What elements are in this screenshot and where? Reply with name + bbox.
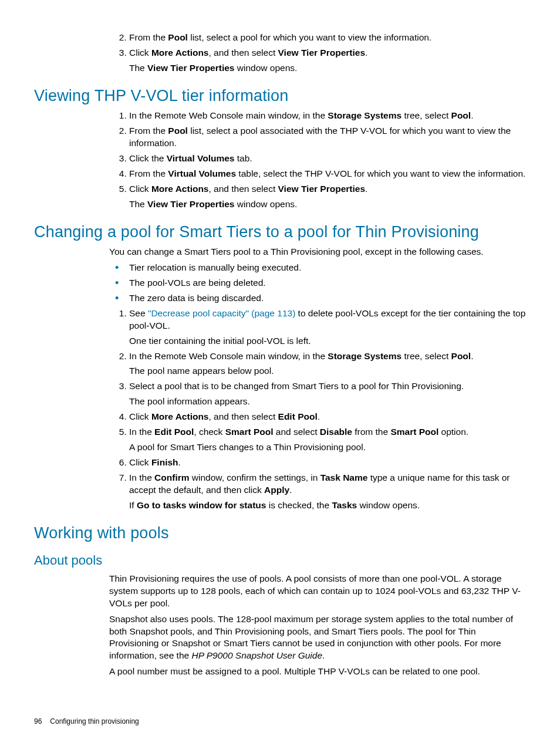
step: Select a pool that is to be changed from… bbox=[129, 380, 526, 408]
step: Click More Actions, and then select Edit… bbox=[129, 411, 526, 423]
vvol-steps-list: In the Remote Web Console main window, i… bbox=[34, 110, 526, 210]
step-note: One tier containing the initial pool-VOL… bbox=[129, 335, 526, 347]
step: Click More Actions, and then select View… bbox=[129, 47, 526, 75]
step: In the Edit Pool, check Smart Pool and s… bbox=[129, 426, 526, 454]
step: Click More Actions, and then select View… bbox=[129, 183, 526, 211]
step: From the Virtual Volumes table, select t… bbox=[129, 168, 526, 180]
step-note: The pool information appears. bbox=[129, 396, 526, 408]
step-note: The View Tier Properties window opens. bbox=[129, 198, 526, 211]
bullet-item: The zero data is being discarded. bbox=[129, 292, 526, 305]
step: From the Pool list, select a pool for wh… bbox=[129, 32, 526, 44]
about-para-1: Thin Provisioning requires the use of po… bbox=[109, 573, 526, 610]
step: Click the Virtual Volumes tab. bbox=[129, 153, 526, 165]
top-steps-list: From the Pool list, select a pool for wh… bbox=[34, 32, 526, 75]
link-decrease-pool[interactable]: "Decrease pool capacity" (page 113) bbox=[148, 308, 295, 318]
step: In the Confirm window, confirm the setti… bbox=[129, 472, 526, 512]
step-note: A pool for Smart Tiers changes to a Thin… bbox=[129, 441, 526, 454]
step-note: The View Tier Properties window opens. bbox=[129, 62, 526, 75]
bullet-item: Tier relocation is manually being execut… bbox=[129, 262, 526, 274]
step: From the Pool list, select a pool associ… bbox=[129, 125, 526, 150]
doc-ref: HP P9000 Snapshot User Guide bbox=[191, 650, 322, 660]
step-note: The pool name appears below pool. bbox=[129, 365, 526, 377]
change-steps-list: See "Decrease pool capacity" (page 113) … bbox=[34, 308, 526, 512]
step: See "Decrease pool capacity" (page 113) … bbox=[129, 308, 526, 347]
step: In the Remote Web Console main window, i… bbox=[129, 350, 526, 378]
about-para-3: A pool number must be assigned to a pool… bbox=[109, 666, 526, 678]
change-intro: You can change a Smart Tiers pool to a T… bbox=[109, 246, 526, 258]
heading-change: Changing a pool for Smart Tiers to a poo… bbox=[34, 221, 526, 242]
heading-about: About pools bbox=[34, 552, 526, 569]
about-para-2: Snapshot also uses pools. The 128-pool m… bbox=[109, 613, 526, 663]
step: In the Remote Web Console main window, i… bbox=[129, 110, 526, 122]
heading-working: Working with pools bbox=[34, 522, 526, 544]
step-note: If Go to tasks window for status is chec… bbox=[129, 499, 526, 512]
change-bullet-list: Tier relocation is manually being execut… bbox=[34, 262, 526, 305]
bullet-item: The pool-VOLs are being deleted. bbox=[129, 277, 526, 289]
heading-vvol: Viewing THP V-VOL tier information bbox=[34, 85, 526, 106]
step: Click Finish. bbox=[129, 457, 526, 469]
